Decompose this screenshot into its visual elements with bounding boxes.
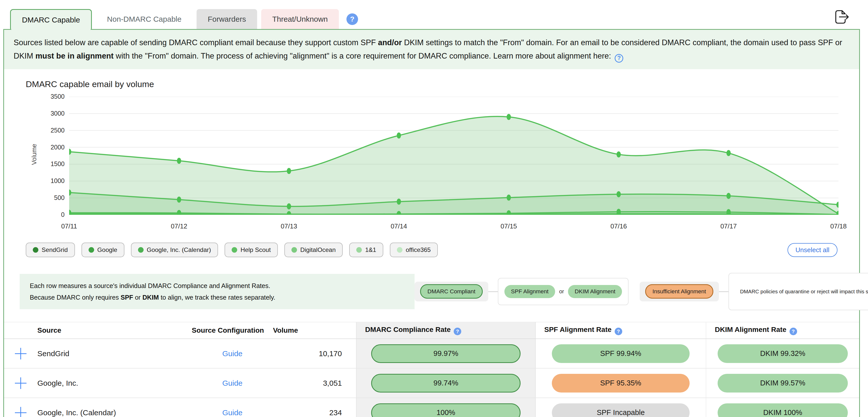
legend-connector — [488, 291, 498, 292]
y-tick-label: 2500 — [51, 127, 65, 134]
expand-row-icon[interactable] — [15, 377, 27, 389]
legend-chip[interactable]: Google — [82, 243, 124, 257]
info-line-2: Because DMARC only requires SPF or DKIM … — [30, 292, 404, 303]
legend-chip-dot — [356, 247, 362, 253]
insufficient-alignment-badge: Insufficient Alignment — [645, 284, 713, 299]
y-tick-label: 3000 — [51, 110, 65, 117]
tab-dmarc-capable[interactable]: DMARC Capable — [10, 9, 92, 30]
x-axis-ticks: 07/1107/1207/1307/1407/1507/1607/1707/18 — [69, 222, 838, 233]
guide-link[interactable]: Guide — [222, 349, 243, 358]
export-icon — [833, 8, 850, 25]
main-panel: Sources listed below are capable of send… — [3, 29, 860, 417]
x-tick-label: 07/15 — [501, 222, 517, 230]
x-tick-label: 07/16 — [610, 222, 627, 230]
dmarc-rate-help-icon[interactable]: ? — [454, 328, 461, 335]
legend-chip-dot — [89, 247, 94, 253]
policy-note-box: DMARC policies of quarantine or reject w… — [728, 273, 868, 310]
export-button[interactable] — [833, 8, 850, 25]
alignment-legend-box: SPF Alignment or DKIM Alignment — [498, 278, 628, 305]
spf-rate-column-header: SPF Alignment Rate? — [535, 322, 706, 339]
dkim-rate-header-label: DKIM Alignment Rate — [715, 326, 786, 333]
source-name: Google, Inc. (Calendar) — [37, 398, 192, 417]
info-line-1: Each row measures a source's individual … — [30, 280, 404, 292]
y-tick-label: 1000 — [51, 177, 65, 184]
chart-svg — [69, 97, 838, 215]
guide-link[interactable]: Guide — [222, 409, 243, 417]
legend-chip-dot — [231, 247, 237, 253]
legend-chip[interactable]: 1&1 — [349, 243, 383, 257]
spf-rate-header-label: SPF Alignment Rate — [544, 326, 612, 333]
spf-alignment-pill: SPF 99.94% — [552, 344, 690, 363]
legend-chip[interactable]: SendGrid — [26, 243, 75, 257]
tab-threat-unknown[interactable]: Threat/Unknown — [261, 9, 339, 29]
y-tick-label: 500 — [54, 194, 65, 202]
legend-chips: SendGridGoogleGoogle, Inc. (Calendar)Hel… — [26, 243, 438, 257]
guide-link[interactable]: Guide — [222, 379, 243, 387]
description-text: Sources listed below are capable of send… — [13, 38, 842, 60]
tabs-help-icon[interactable]: ? — [346, 13, 358, 25]
volume-chart: Volume 0500100015002000250030003500 07/1… — [4, 89, 859, 235]
legend-chip-label: DigitalOcean — [300, 246, 336, 254]
tab-forwarders[interactable]: Forwarders — [196, 9, 257, 29]
table-row: Google, Inc.Guide3,05199.74%SPF 95.35%DK… — [4, 368, 859, 398]
x-tick-label: 07/14 — [391, 222, 407, 230]
table-header-row: Source Source Configuration Volume DMARC… — [4, 322, 859, 339]
dmarc-compliance-pill: 100% — [371, 404, 521, 417]
x-tick-label: 07/17 — [720, 222, 737, 230]
x-tick-label: 07/11 — [61, 222, 77, 230]
y-tick-label: 3500 — [51, 93, 65, 100]
legend-chip[interactable]: Google, Inc. (Calendar) — [131, 243, 218, 257]
source-name: SendGrid — [37, 339, 192, 368]
legend-chip-label: Google — [97, 246, 117, 254]
tab-non-dmarc-capable[interactable]: Non-DMARC Capable — [96, 9, 192, 29]
chart-legend-row: SendGridGoogleGoogle, Inc. (Calendar)Hel… — [26, 243, 837, 257]
chart-title: DMARC capable email by volume — [26, 79, 859, 89]
sources-table: Source Source Configuration Volume DMARC… — [4, 322, 859, 417]
legend-chip-dot — [138, 247, 144, 253]
legend-chip[interactable]: DigitalOcean — [284, 243, 343, 257]
legend-chip-label: SendGrid — [42, 246, 68, 254]
table-row: SendGridGuide10,17099.97%SPF 99.94%DKIM … — [4, 339, 859, 368]
y-axis-label: Volume — [31, 144, 38, 165]
spf-alignment-pill: SPF 95.35% — [552, 374, 690, 392]
source-name: Google, Inc. — [37, 368, 192, 398]
legend-chip-dot — [33, 247, 38, 253]
dkim-rate-help-icon[interactable]: ? — [789, 328, 797, 335]
legend-chip-label: Google, Inc. (Calendar) — [147, 246, 211, 254]
volume-column-header: Volume — [273, 322, 356, 339]
chart-plot-area[interactable] — [69, 97, 838, 215]
description-banner: Sources listed below are capable of send… — [4, 30, 859, 69]
legend-chip[interactable]: Help Scout — [224, 243, 278, 257]
x-tick-label: 07/13 — [281, 222, 297, 230]
legend-chip-label: 1&1 — [365, 246, 376, 254]
dkim-alignment-pill: DKIM 99.57% — [718, 374, 848, 392]
source-column-header: Source — [37, 322, 192, 339]
alignment-help-icon[interactable]: ? — [615, 54, 623, 63]
config-column-header: Source Configuration — [192, 322, 273, 339]
or-label: or — [559, 288, 564, 295]
y-tick-label: 1500 — [51, 160, 65, 168]
legend-chip-label: office365 — [406, 246, 431, 254]
rates-info-box: Each row measures a source's individual … — [20, 274, 414, 309]
y-tick-label: 0 — [61, 211, 65, 218]
volume-value: 3,051 — [273, 368, 356, 398]
spf-rate-help-icon[interactable]: ? — [615, 328, 622, 335]
dkim-alignment-pill: DKIM 100% — [718, 404, 848, 417]
dkim-alignment-pill: DKIM 99.32% — [718, 344, 848, 363]
x-tick-label: 07/18 — [830, 222, 846, 230]
expand-row-icon[interactable] — [15, 407, 27, 417]
legend-chip-label: Help Scout — [241, 246, 271, 254]
dmarc-rate-header-label: DMARC Compliance Rate — [365, 326, 451, 333]
legend-chip[interactable]: office365 — [390, 243, 438, 257]
unselect-all-button[interactable]: Unselect all — [787, 243, 837, 257]
rate-legend: DMARC Compliant SPF Alignment or DKIM Al… — [414, 273, 868, 310]
dmarc-compliant-badge: DMARC Compliant — [420, 284, 483, 299]
policy-note: DMARC policies of quarantine or reject w… — [735, 280, 868, 303]
spf-alignment-pill: SPF Incapable — [552, 404, 690, 417]
expand-row-icon[interactable] — [15, 348, 27, 359]
dmarc-sources-page: DMARC Capable Non-DMARC Capable Forwarde… — [0, 0, 868, 417]
volume-value: 10,170 — [273, 339, 356, 368]
table-row: Google, Inc. (Calendar)Guide234100%SPF I… — [4, 398, 859, 417]
spf-alignment-badge: SPF Alignment — [504, 285, 555, 298]
dkim-rate-column-header: DKIM Alignment Rate? — [706, 322, 859, 339]
